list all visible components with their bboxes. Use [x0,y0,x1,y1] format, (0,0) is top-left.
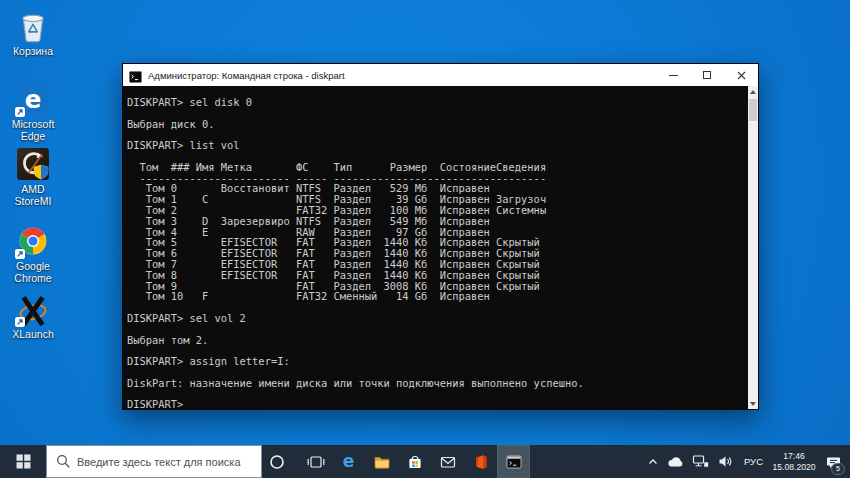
tray-time: 17:46 [771,451,817,462]
scroll-down-icon[interactable] [748,398,758,409]
taskbar-app-store[interactable] [398,445,431,478]
edge-icon: e [16,82,50,116]
tray-expand-button[interactable] [645,445,661,478]
desktop-icon-label: AMD StoreMI [2,183,64,207]
edge-icon: e [343,453,355,470]
minimize-icon [669,75,678,76]
maximize-button[interactable] [690,64,724,86]
desktop-icon-label: XLaunch [2,328,64,340]
cortana-button[interactable] [262,445,292,478]
taskbar-app-office[interactable] [464,445,497,478]
shortcut-arrow-icon [15,107,25,117]
taskbar-app-file-explorer[interactable] [365,445,398,478]
taskbar-app-cmd[interactable] [497,445,530,478]
close-button[interactable] [724,64,758,86]
amd-storemi-icon [16,147,50,181]
xlaunch-icon [16,292,50,326]
scrollbar-thumb[interactable] [749,99,757,121]
windows-logo-icon [16,454,31,469]
notification-badge: 5 [831,463,845,475]
desktop-icon-amd-storemi[interactable]: AMD StoreMI [2,147,64,207]
desktop-icon-label: Microsoft Edge [2,118,64,142]
mail-icon [439,453,457,471]
search-input[interactable] [47,446,261,477]
shortcut-arrow-icon [15,317,25,327]
window-title: Администратор: Командная строка - diskpa… [148,70,656,81]
onedrive-tray-button[interactable] [666,445,686,478]
desktop-icon-recycle-bin[interactable]: Корзина [2,9,64,57]
network-icon [692,454,709,469]
speaker-icon [718,455,733,468]
close-icon [737,71,746,80]
search-icon [56,454,71,469]
office-icon [472,453,490,471]
store-icon [406,453,424,471]
desktop: Корзина e Microsoft Edge [0,0,850,445]
shortcut-arrow-icon [15,249,25,259]
clock[interactable]: 17:46 15.08.2020 [771,451,817,472]
network-tray-button[interactable] [691,445,711,478]
tray-date: 15.08.2020 [771,462,817,473]
task-view-icon [307,453,325,471]
console-area: DISKPART> sel disk 0 Выбран диск 0. DISK… [123,86,758,409]
chevron-up-icon [647,456,659,468]
console-scrollbar[interactable] [748,86,758,409]
desktop-icon-google-chrome[interactable]: Google Chrome [2,224,64,284]
cmd-window: Администратор: Командная строка - diskpa… [122,63,759,410]
start-button[interactable] [0,445,46,478]
desktop-icon-xlaunch[interactable]: XLaunch [2,292,64,340]
chrome-icon [16,224,50,258]
taskbar-search[interactable] [46,445,262,478]
console-output[interactable]: DISKPART> sel disk 0 Выбран диск 0. DISK… [123,86,748,409]
desktop-icon-label: Корзина [2,45,64,57]
window-titlebar[interactable]: Администратор: Командная строка - diskpa… [123,64,758,86]
cmd-app-icon [129,69,142,81]
cloud-icon [667,455,684,468]
scroll-up-icon[interactable] [748,86,758,97]
desktop-icon-label: Google Chrome [2,260,64,284]
system-tray: РУС 17:46 15.08.2020 5 [645,445,850,478]
maximize-icon [703,71,711,79]
taskbar-app-edge[interactable]: e [332,445,365,478]
volume-tray-button[interactable] [716,445,736,478]
taskbar-apps: e [299,445,530,478]
cortana-icon [269,454,285,470]
taskbar: e [0,445,850,478]
recycle-bin-icon [16,9,50,43]
svg-text:e: e [25,85,42,114]
action-center-button[interactable]: 5 [822,445,844,478]
minimize-button[interactable] [656,64,690,86]
desktop-icon-microsoft-edge[interactable]: e Microsoft Edge [2,82,64,142]
taskbar-app-task-view[interactable] [299,445,332,478]
taskbar-app-mail[interactable] [431,445,464,478]
cmd-icon [505,453,523,471]
language-indicator[interactable]: РУС [741,445,766,478]
file-explorer-icon [373,453,391,471]
